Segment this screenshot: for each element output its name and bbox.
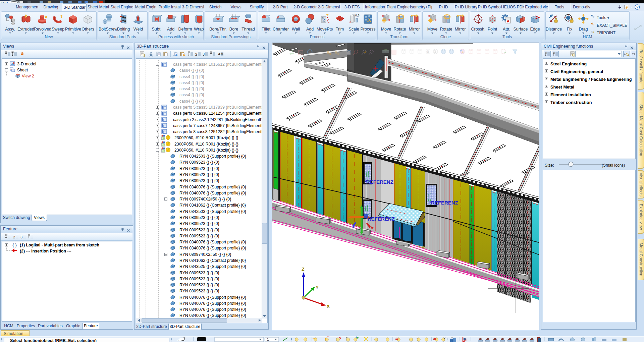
svg-text:2: 2 — [195, 52, 197, 56]
svg-text:R: R — [162, 144, 164, 146]
svg-text:Y: Y — [316, 285, 319, 290]
svg-text:1: 1 — [267, 338, 269, 341]
svg-text:R: R — [162, 150, 164, 152]
svg-text:A: A — [507, 19, 509, 23]
svg-text:X: X — [327, 304, 330, 309]
svg-text:?: ? — [636, 5, 639, 9]
svg-text:REFERENZ: REFERENZ — [366, 179, 393, 185]
svg-text:3: 3 — [20, 235, 22, 239]
svg-text:REFERENZ: REFERENZ — [431, 200, 458, 206]
svg-text:Select function/object (RMB=Ex: Select function/object (RMB=Ext. selecti… — [10, 338, 97, 342]
svg-text:R: R — [162, 137, 164, 139]
svg-text:AZ: AZ — [218, 52, 222, 56]
svg-text:2: 2 — [13, 235, 15, 239]
svg-text:Q: Q — [435, 51, 436, 53]
svg-text:Q: Q — [427, 51, 429, 53]
svg-text:Z: Z — [302, 267, 305, 272]
svg-text:3: 3 — [203, 52, 205, 56]
svg-text:REFERENZ: REFERENZ — [368, 216, 395, 222]
